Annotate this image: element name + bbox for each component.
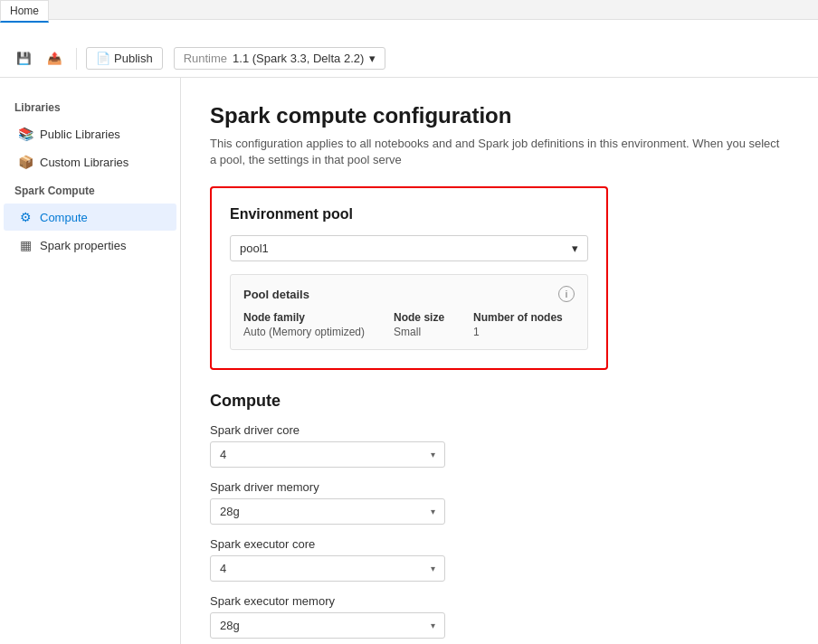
content-area: Spark compute configuration This configu… (181, 78, 818, 644)
publish-label: Publish (114, 52, 153, 65)
env-pool-title: Environment pool (230, 206, 588, 223)
spark-executor-memory-group: Spark executor memory 28g ▾ (210, 594, 789, 639)
spark-compute-section-title: Spark Compute (0, 179, 180, 203)
spark-driver-core-label: Spark driver core (210, 423, 789, 437)
spark-executor-memory-label: Spark executor memory (210, 594, 789, 608)
spark-driver-memory-value: 28g (220, 505, 240, 518)
main-layout: Libraries 📚 Public Libraries 📦 Custom Li… (0, 78, 818, 644)
spark-executor-core-group: Spark executor core 4 ▾ (210, 537, 789, 582)
num-nodes-col: Number of nodes 1 (473, 311, 563, 338)
save-icon: 💾 (16, 52, 32, 65)
pool-details-header: Pool details i (243, 286, 575, 302)
spark-driver-core-group: Spark driver core 4 ▾ (210, 423, 789, 468)
home-tab[interactable]: Home (0, 0, 49, 23)
pool-details-title: Pool details (243, 288, 309, 301)
sidebar-item-spark-properties[interactable]: ▦ Spark properties (4, 232, 176, 259)
pool-dropdown-chevron: ▾ (572, 242, 578, 255)
spark-executor-memory-select[interactable]: 28g ▾ (210, 612, 445, 639)
public-libraries-icon: 📚 (18, 127, 33, 141)
spark-driver-memory-chevron: ▾ (431, 507, 435, 516)
runtime-version: 1.1 (Spark 3.3, Delta 2.2) (233, 52, 364, 65)
save-button[interactable]: 💾 (11, 46, 36, 71)
pool-details-grid: Node family Auto (Memory optimized) Node… (243, 311, 575, 338)
libraries-section-title: Libraries (0, 96, 180, 119)
sidebar-item-compute-label: Compute (40, 211, 88, 224)
num-nodes-label: Number of nodes (473, 311, 563, 324)
spark-driver-core-value: 4 (220, 448, 226, 461)
node-size-value: Small (394, 326, 444, 338)
spark-driver-memory-group: Spark driver memory 28g ▾ (210, 480, 789, 525)
compute-icon: ⚙ (18, 210, 33, 224)
spark-driver-memory-label: Spark driver memory (210, 480, 789, 494)
compute-title: Compute (210, 392, 789, 411)
spark-executor-core-select[interactable]: 4 ▾ (210, 555, 445, 582)
sidebar-item-spark-properties-label: Spark properties (40, 239, 126, 252)
node-size-label: Node size (394, 311, 444, 324)
spark-driver-memory-select[interactable]: 28g ▾ (210, 498, 445, 525)
publish-button[interactable]: 📄 Publish (86, 47, 163, 70)
toolbar-divider (76, 48, 77, 70)
page-title: Spark compute configuration (210, 103, 789, 128)
spark-executor-memory-chevron: ▾ (431, 620, 435, 630)
pool-details: Pool details i Node family Auto (Memory … (230, 274, 588, 350)
spark-executor-core-label: Spark executor core (210, 537, 789, 551)
home-tab-label: Home (10, 5, 39, 17)
env-pool-card: Environment pool pool1 ▾ Pool details i … (210, 186, 608, 370)
sidebar-item-custom-libraries-label: Custom Libraries (40, 156, 128, 169)
pool-selected-value: pool1 (240, 242, 269, 255)
node-size-col: Node size Small (394, 311, 444, 338)
pool-info-icon[interactable]: i (558, 286, 575, 302)
runtime-label: Runtime (184, 52, 227, 65)
publish-icon: 📄 (96, 52, 110, 65)
export-button[interactable]: 📤 (42, 46, 67, 71)
sidebar-item-custom-libraries[interactable]: 📦 Custom Libraries (4, 148, 176, 175)
node-family-col: Node family Auto (Memory optimized) (243, 311, 365, 338)
export-icon: 📤 (47, 52, 62, 65)
spark-properties-icon: ▦ (18, 238, 33, 252)
info-symbol: i (566, 289, 567, 299)
sidebar-item-public-libraries[interactable]: 📚 Public Libraries (4, 120, 176, 147)
num-nodes-value: 1 (473, 326, 563, 338)
sidebar-item-public-libraries-label: Public Libraries (40, 128, 120, 141)
node-family-label: Node family (243, 311, 365, 324)
runtime-chevron-icon: ▾ (369, 52, 376, 65)
node-family-value: Auto (Memory optimized) (243, 326, 365, 338)
compute-section: Compute Spark driver core 4 ▾ Spark driv… (210, 392, 789, 644)
runtime-dropdown[interactable]: Runtime 1.1 (Spark 3.3, Delta 2.2) ▾ (174, 47, 386, 70)
custom-libraries-icon: 📦 (18, 155, 33, 169)
spark-executor-memory-value: 28g (220, 619, 240, 632)
sidebar-item-compute[interactable]: ⚙ Compute (4, 204, 176, 231)
spark-driver-core-select[interactable]: 4 ▾ (210, 441, 445, 468)
pool-dropdown[interactable]: pool1 ▾ (230, 235, 588, 261)
sidebar: Libraries 📚 Public Libraries 📦 Custom Li… (0, 78, 181, 644)
page-description: This configuration applies to all notebo… (210, 136, 789, 168)
toolbar: 💾 📤 📄 Publish Runtime 1.1 (Spark 3.3, De… (0, 40, 818, 78)
spark-driver-core-chevron: ▾ (431, 450, 435, 459)
spark-executor-core-value: 4 (220, 562, 226, 575)
spark-executor-core-chevron: ▾ (431, 564, 435, 573)
